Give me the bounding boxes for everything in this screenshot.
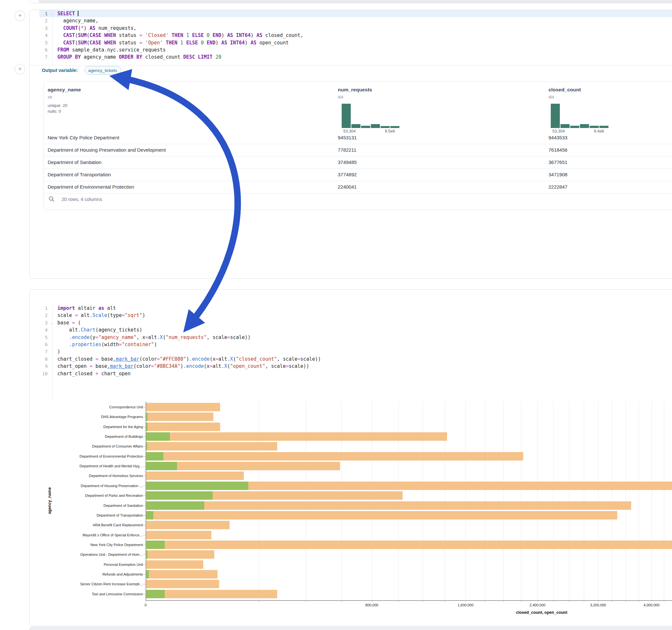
code-line: CAST(SUM(CASE WHEN status = 'Open' THEN … [57,39,672,46]
y-axis-tick [143,555,145,555]
column-header-num-requests[interactable]: num_requests [338,87,372,93]
line-number[interactable]: 5 [29,334,53,341]
line-number[interactable]: 2 [29,17,53,24]
table-row[interactable]: Department of Transportation377489234719… [44,169,672,181]
bar-closed-count [146,432,447,441]
table-cell-agency-name: New York City Police Department [48,135,119,140]
column-header-agency-name[interactable]: agency_name [48,87,81,93]
gridline [569,402,569,600]
bar-open-count [146,540,165,549]
line-number[interactable]: 4 [29,326,53,334]
text-cursor [78,11,78,16]
histogram-bar [580,124,589,128]
bar-closed-count [146,501,631,510]
y-axis-label: Department of Housing Preservation … [36,484,143,488]
gridline [639,402,639,600]
y-axis-tick [143,476,145,476]
column-stat-unique: unique: 20 [48,103,67,108]
output-variable-chip[interactable]: agency_tickets [85,66,121,75]
code-line: CAST(SUM(CASE WHEN status = 'Closed' THE… [57,32,672,39]
table-cell-num-requests: 3774892 [338,172,357,177]
gridline [445,402,445,600]
y-axis-tick [143,564,145,565]
bar-closed-count [146,422,220,431]
code-line: FROM sample_data.nyc.service_requests [57,46,672,53]
code-line: chart_open = base.mark_bar(color="#8BC34… [57,363,672,370]
x-axis-tick [537,600,538,602]
y-axis-label: Department of Environmental Protection [36,454,143,459]
gridline [399,402,399,600]
line-number[interactable]: 7 [29,348,53,355]
y-axis-label: Personal Exemption Unit [36,562,143,567]
bar-open-count [146,452,163,461]
bar-open-count [146,462,177,470]
column-type-num-requests: i64 [338,95,343,99]
y-axis-tick [143,584,145,584]
bar-open-count [146,413,147,421]
y-axis-tick [143,486,145,486]
add-cell-button-top[interactable]: + [15,10,25,21]
sql-editor[interactable]: 1⌄234567 SELECT agency_name, COUNT(*) AS… [29,10,672,66]
line-number[interactable]: 5 [29,39,53,46]
column-stat-nulls: nulls: 0 [48,109,61,114]
line-number[interactable]: 6 [29,46,53,53]
table-row[interactable]: Department of Sanitation37494853677651 [44,156,672,169]
search-icon[interactable] [49,196,54,202]
code-line: alt.Chart(agency_tickets) [57,326,672,334]
python-gutter: 123⌄45678910 [29,305,53,402]
line-number[interactable]: 6 [29,341,53,348]
code-line: scale = alt.Scale(type="sqrt") [57,312,672,319]
line-number[interactable]: 1 [29,305,53,312]
y-axis-label: HRA Benefit Card Replacement [36,523,143,527]
bar-open-count [146,550,147,559]
gridline [584,402,584,600]
collapse-chevron-icon[interactable]: ⌄ [51,319,52,326]
y-axis-tick [143,495,145,496]
line-number[interactable]: 9 [29,363,53,370]
y-axis-tick [143,594,145,595]
collapse-chevron-icon[interactable]: ⌄ [51,10,52,17]
line-number[interactable]: 7 [29,53,53,60]
table-cell-num-requests: 3749485 [338,160,357,165]
y-axis-tick [143,506,145,506]
bar-closed-count [146,413,213,421]
table-row[interactable]: Department of Housing Preservation and D… [44,144,672,156]
code-line: chart_closed = base.mark_bar(color="#FFC… [57,356,672,363]
y-axis-tick [143,545,145,545]
line-number[interactable]: 3 [29,319,53,326]
table-row[interactable]: New York City Police Department945313194… [44,132,672,144]
code-line: SELECT [57,10,672,17]
gridline [521,402,521,600]
histogram-bar [551,104,560,128]
bar-open-count [146,442,147,451]
y-axis-title: agency_name [47,465,52,536]
code-line: .encode(y="agency_name", x=alt.X("num_re… [57,334,672,341]
y-axis-tick [143,437,145,437]
python-editor[interactable]: 123⌄45678910 import altair as altscale =… [29,305,672,402]
previous-cell-inner-edge [38,0,672,3]
line-number[interactable]: 3 [29,25,53,32]
x-axis-tick [465,600,466,602]
x-axis-tick-label: 1,600,000 [446,603,485,607]
add-cell-button-output[interactable]: + [15,64,25,75]
bar-closed-count [146,570,217,579]
python-code-lines: import altair as altscale = alt.Scale(ty… [57,305,672,377]
column-header-closed-count[interactable]: closed_count [549,87,581,93]
table-cell-agency-name: Department of Environmental Protection [48,184,134,190]
table-body: New York City Police Department945313194… [44,132,672,193]
bar-open-count [146,570,149,579]
bar-open-count [146,491,213,500]
line-number[interactable]: 4 [29,32,53,39]
column-type-closed-count: i64 [549,95,554,99]
y-axis-label: DHS Advantage Programs [36,414,143,419]
bar-open-count [146,482,248,490]
line-number[interactable]: 2 [29,312,53,319]
line-number[interactable]: 10 [29,370,53,377]
line-number[interactable]: 1 [29,10,53,17]
y-axis-line [146,402,146,600]
y-axis-tick [143,466,145,466]
line-number[interactable]: 8 [29,356,53,363]
y-axis-label: Department of Health and Mental Hyg… [36,464,143,468]
bar-closed-count [146,403,220,411]
y-axis-label: Department of Sanitation [36,503,143,508]
